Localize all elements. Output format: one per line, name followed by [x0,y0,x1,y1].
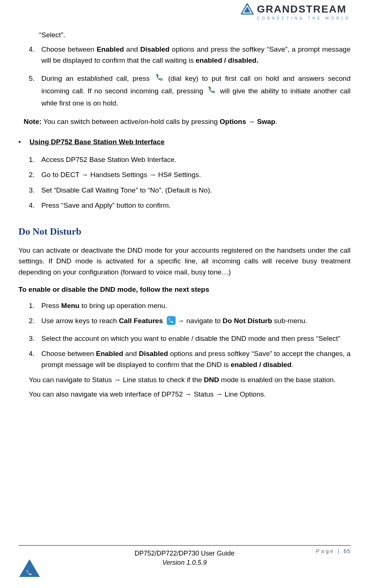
footer-rule [18,545,351,546]
webif-step-3: 3. Set “Disable Call Waiting Tone” to “N… [29,185,351,196]
dnd-step-2: 2. Use arrow keys to reach Call Features… [29,315,351,328]
dnd-tail-1: You can navigate to Status → Line status… [29,374,351,385]
fragment-select: “Select”. [39,30,351,40]
dnd-lead: To enable or disable the DND mode, follo… [18,284,351,295]
footer-title: DP752/DP722/DP730 User Guide Version 1.0… [0,549,369,567]
brand-tagline: CONNECTING THE WORLD [257,16,351,20]
footer-brand-icon [18,558,41,579]
dial-key-icon [207,87,215,98]
dnd-step-3: 3. Select the account on which you want … [29,333,351,344]
webif-step-1: 1. Access DP752 Base Station Web Interfa… [29,154,351,165]
dnd-tail-2: You can also navigate via web interface … [29,389,351,400]
dnd-step-1: 1. Press Menu to bring up operation menu… [29,300,351,311]
webif-step-2: 2. Go to DECT → Handsets Settings → HS# … [29,169,351,180]
brand-logo: GRANDSTREAM CONNECTING THE WORLD [240,3,351,20]
dnd-step-4: 4. Choose between Enabled and Disabled o… [29,348,351,370]
web-interface-heading: • Using DP752 Base Station Web Interface [18,136,351,148]
dnd-intro: You can activate or deactivate the DND m… [18,245,351,277]
brand-name: GRANDSTREAM [257,3,346,15]
document-body: “Select”. 4. Choose between Enabled and … [18,30,351,404]
brand-mark-icon [240,3,255,15]
svg-rect-2 [167,316,176,325]
dial-key-icon [155,74,163,85]
webif-step-4: 4. Press “Save and Apply” button to conf… [29,200,351,211]
section-dnd-title: Do Not Disturb [18,224,351,239]
callwait-note: Note: You can switch between active/on-h… [24,116,351,127]
callwait-step-4: 4. Choose between Enabled and Disabled o… [29,44,351,66]
callwait-step-5: 5. During an established call, press (di… [29,73,351,108]
call-features-icon [166,316,176,328]
